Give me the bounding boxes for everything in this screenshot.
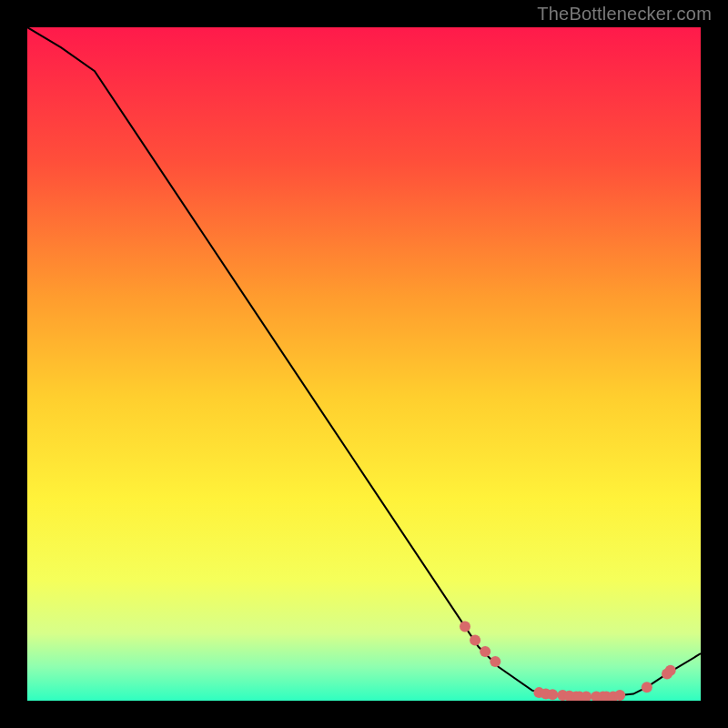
data-point	[480, 646, 490, 657]
data-point	[614, 690, 625, 701]
chart-container: TheBottlenecker.com	[0, 0, 728, 728]
data-point	[490, 656, 500, 667]
data-point	[642, 682, 652, 693]
plot-area	[27, 27, 701, 701]
attribution-label: TheBottlenecker.com	[537, 4, 712, 25]
data-point	[470, 634, 480, 645]
data-point	[460, 622, 470, 632]
data-point	[665, 665, 676, 676]
bottleneck-curve-chart	[27, 27, 701, 701]
gradient-background	[27, 27, 701, 701]
data-point	[547, 689, 558, 700]
